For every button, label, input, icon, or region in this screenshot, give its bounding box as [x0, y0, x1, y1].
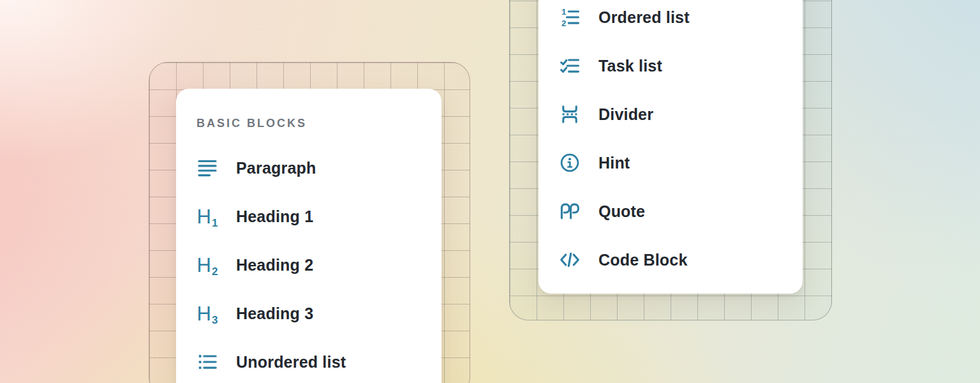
menu-item-unordered-list[interactable]: Unordered list: [176, 338, 442, 383]
basic-blocks-list: Paragraph H1 Heading 1 H2 Heading 2 H3 H…: [176, 144, 442, 383]
basic-blocks-menu: BASIC BLOCKS Paragraph H1 Heading 1 H2: [176, 89, 442, 383]
quote-icon: [559, 200, 581, 222]
menu-item-label: Heading 2: [236, 256, 313, 274]
task-list-icon: [559, 55, 581, 77]
menu-item-label: Hint: [598, 154, 630, 172]
ordered-list-icon: 1 2: [559, 6, 581, 28]
menu-item-label: Quote: [598, 202, 645, 221]
menu-item-label: Heading 1: [236, 207, 313, 226]
menu-item-task-list[interactable]: Task list: [538, 41, 803, 90]
code-block-icon: [559, 249, 581, 271]
menu-item-paragraph[interactable]: Paragraph: [176, 144, 442, 192]
menu-item-code-block[interactable]: Code Block: [538, 236, 803, 284]
menu-item-divider[interactable]: Divider: [538, 90, 803, 139]
canvas: BASIC BLOCKS Paragraph H1 Heading 1 H2: [0, 0, 980, 383]
menu-item-label: Ordered list: [598, 8, 690, 27]
heading-1-icon: H1: [197, 206, 218, 227]
insert-block-list: 1 2 Ordered list Task list: [538, 0, 803, 284]
menu-item-heading-1[interactable]: H1 Heading 1: [176, 192, 442, 241]
divider-icon: [559, 103, 581, 125]
menu-item-label: Unordered list: [236, 353, 346, 372]
menu-item-label: Code Block: [598, 251, 688, 269]
heading-3-icon: H3: [197, 303, 218, 324]
hint-icon: [559, 152, 581, 174]
svg-text:1: 1: [561, 7, 567, 17]
unordered-list-icon: [197, 351, 218, 373]
svg-text:2: 2: [561, 19, 566, 28]
menu-item-heading-2[interactable]: H2 Heading 2: [176, 241, 442, 289]
menu-item-label: Task list: [598, 57, 662, 75]
menu-item-quote[interactable]: Quote: [538, 187, 803, 236]
heading-2-icon: H2: [197, 254, 218, 276]
section-header-basic-blocks: BASIC BLOCKS: [176, 109, 442, 137]
menu-item-heading-3[interactable]: H3 Heading 3: [176, 289, 442, 338]
menu-item-label: Paragraph: [236, 159, 316, 177]
menu-item-label: Divider: [598, 105, 653, 124]
menu-item-label: Heading 3: [236, 304, 313, 323]
paragraph-icon: [197, 157, 218, 179]
menu-item-ordered-list[interactable]: 1 2 Ordered list: [538, 0, 803, 41]
menu-item-hint[interactable]: Hint: [538, 139, 803, 187]
insert-block-menu: 1 2 Ordered list Task list: [538, 0, 803, 294]
